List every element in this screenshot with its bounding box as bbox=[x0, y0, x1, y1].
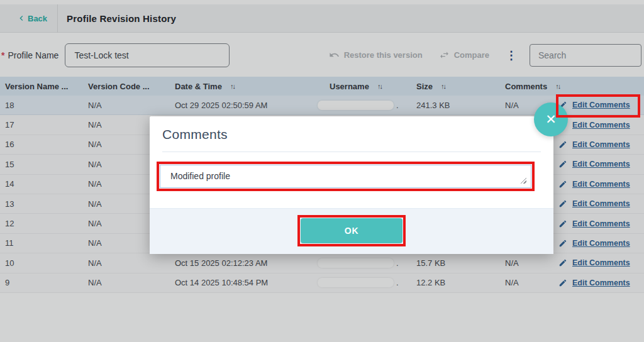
dialog-close-button[interactable]: ✕ bbox=[534, 102, 568, 136]
comment-textarea[interactable]: Modified profile bbox=[160, 165, 531, 188]
dialog-footer: OK bbox=[150, 208, 553, 254]
annotation-box-ok: OK bbox=[297, 215, 406, 246]
ok-button[interactable]: OK bbox=[301, 218, 402, 243]
dialog-title: Comments bbox=[150, 116, 553, 142]
comments-dialog: Comments Modified profile OK bbox=[150, 116, 553, 254]
close-icon: ✕ bbox=[545, 112, 557, 127]
profile-revision-history-screen: Back Profile Revision History * Profile … bbox=[0, 0, 644, 342]
annotation-box-textarea: Modified profile bbox=[157, 162, 535, 191]
